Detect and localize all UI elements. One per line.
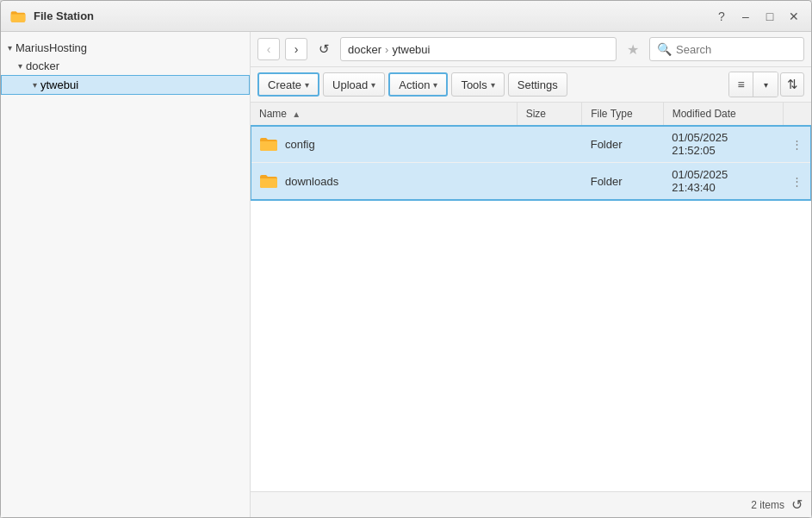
table-row[interactable]: config Folder 01/05/2025 21:52:05 ⋮ bbox=[251, 126, 811, 163]
file-table: Name ▲ Size File Type Modified Date bbox=[251, 103, 811, 200]
close-button[interactable]: ✕ bbox=[785, 8, 803, 25]
maximize-button[interactable]: □ bbox=[761, 8, 778, 25]
app-icon bbox=[9, 8, 27, 25]
file-type: Folder bbox=[582, 163, 664, 200]
item-count: 2 items bbox=[751, 499, 784, 511]
list-view-icon: ≡ bbox=[737, 78, 744, 91]
view-controls: ≡ ▾ ⇅ bbox=[728, 72, 804, 97]
sidebar: ▾ MariusHosting ▾ docker ▾ ytwebui bbox=[1, 32, 251, 517]
minimize-button[interactable]: – bbox=[737, 8, 754, 25]
title-bar: File Station ? – □ ✕ bbox=[1, 1, 811, 32]
sidebar-item-label: docker bbox=[26, 59, 59, 72]
content-pane: ‹ › ↺ docker › ytwebui ★ 🔍 bbox=[251, 32, 811, 517]
col-header-name[interactable]: Name ▲ bbox=[251, 103, 517, 126]
sidebar-item-label: ytwebui bbox=[40, 78, 78, 91]
chevron-down-icon: ▾ bbox=[764, 80, 768, 90]
path-part2: ytwebui bbox=[392, 43, 430, 56]
table-header: Name ▲ Size File Type Modified Date bbox=[251, 103, 811, 126]
main-area: ▾ MariusHosting ▾ docker ▾ ytwebui ‹ bbox=[1, 32, 811, 517]
col-header-type[interactable]: File Type bbox=[582, 103, 664, 126]
col-header-size[interactable]: Size bbox=[517, 103, 582, 126]
toolbar-actions: Create ▾ Upload ▾ Action ▾ Tools ▾ Setti… bbox=[251, 67, 811, 103]
col-header-more bbox=[783, 103, 811, 126]
title-text: File Station bbox=[34, 9, 94, 22]
tools-dropdown-icon: ▾ bbox=[491, 80, 495, 90]
file-size bbox=[517, 126, 582, 163]
upload-label: Upload bbox=[332, 78, 368, 91]
file-size bbox=[517, 163, 582, 200]
chevron-right-icon: ▾ bbox=[33, 80, 37, 90]
create-dropdown-icon: ▾ bbox=[305, 80, 309, 90]
file-name: config bbox=[285, 138, 315, 151]
toolbar-refresh-button[interactable]: ↺ bbox=[313, 38, 335, 60]
forward-icon: › bbox=[294, 42, 299, 56]
col-name-label: Name bbox=[259, 108, 287, 120]
action-button[interactable]: Action ▾ bbox=[388, 72, 448, 97]
table-body: config Folder 01/05/2025 21:52:05 ⋮ bbox=[251, 126, 811, 200]
back-button[interactable]: ‹ bbox=[257, 38, 280, 60]
more-options[interactable]: ⋮ bbox=[783, 126, 811, 163]
file-date: 01/05/2025 21:52:05 bbox=[663, 126, 783, 163]
tools-button[interactable]: Tools ▾ bbox=[451, 72, 504, 97]
title-bar-left: File Station bbox=[9, 8, 94, 25]
create-label: Create bbox=[268, 78, 301, 91]
status-bar: 2 items ↺ bbox=[251, 491, 811, 517]
toolbar-top: ‹ › ↺ docker › ytwebui ★ 🔍 bbox=[251, 32, 811, 67]
sidebar-item-ytwebui[interactable]: ▾ ytwebui bbox=[1, 75, 250, 95]
view-dropdown-button[interactable]: ▾ bbox=[753, 72, 778, 97]
col-size-label: Size bbox=[526, 108, 546, 120]
file-type: Folder bbox=[582, 126, 664, 163]
chevron-down-icon: ▾ bbox=[8, 43, 12, 53]
file-name-cell: config bbox=[251, 126, 517, 163]
upload-dropdown-icon: ▾ bbox=[371, 80, 375, 90]
file-station-window: File Station ? – □ ✕ ▾ MariusHosting ▾ d… bbox=[0, 0, 812, 518]
upload-button[interactable]: Upload ▾ bbox=[323, 72, 385, 97]
title-bar-controls: ? – □ ✕ bbox=[713, 8, 803, 25]
help-button[interactable]: ? bbox=[713, 8, 730, 25]
col-date-label: Modified Date bbox=[673, 108, 736, 120]
sort-icon: ⇅ bbox=[787, 77, 798, 92]
sort-asc-icon: ▲ bbox=[292, 109, 301, 119]
path-bar[interactable]: docker › ytwebui bbox=[340, 37, 617, 61]
sidebar-item-label: MariusHosting bbox=[15, 41, 87, 54]
folder-icon bbox=[259, 136, 278, 152]
file-date: 01/05/2025 21:43:40 bbox=[663, 163, 783, 200]
file-name-cell: downloads bbox=[251, 163, 517, 200]
tools-label: Tools bbox=[461, 78, 487, 91]
settings-button[interactable]: Settings bbox=[508, 72, 567, 97]
status-refresh-button[interactable]: ↺ bbox=[791, 496, 803, 513]
back-icon: ‹ bbox=[267, 42, 271, 56]
folder-icon bbox=[259, 173, 278, 189]
more-options[interactable]: ⋮ bbox=[783, 163, 811, 200]
col-type-label: File Type bbox=[591, 108, 632, 120]
table-row[interactable]: downloads Folder 01/05/2025 21:43:40 ⋮ bbox=[251, 163, 811, 200]
search-input[interactable] bbox=[676, 43, 797, 56]
sort-button[interactable]: ⇅ bbox=[780, 72, 804, 97]
search-icon: 🔍 bbox=[657, 42, 672, 56]
sidebar-item-mariushosting[interactable]: ▾ MariusHosting bbox=[1, 39, 250, 57]
sidebar-item-docker[interactable]: ▾ docker bbox=[1, 57, 250, 75]
search-box: 🔍 bbox=[649, 37, 804, 61]
create-button[interactable]: Create ▾ bbox=[257, 72, 319, 97]
action-label: Action bbox=[399, 78, 430, 91]
path-separator: › bbox=[385, 43, 388, 56]
list-view-button[interactable]: ≡ bbox=[729, 72, 753, 97]
favorite-button[interactable]: ★ bbox=[622, 38, 644, 60]
refresh-icon: ↺ bbox=[319, 41, 330, 57]
chevron-down-icon: ▾ bbox=[18, 61, 22, 71]
action-dropdown-icon: ▾ bbox=[433, 80, 437, 90]
forward-button[interactable]: › bbox=[285, 38, 307, 60]
settings-label: Settings bbox=[518, 78, 558, 91]
file-name: downloads bbox=[285, 175, 338, 188]
path-part1: docker bbox=[348, 43, 381, 56]
col-header-date[interactable]: Modified Date bbox=[663, 103, 783, 126]
list-view-group: ≡ ▾ bbox=[728, 72, 778, 97]
star-icon: ★ bbox=[627, 41, 639, 58]
file-list: Name ▲ Size File Type Modified Date bbox=[251, 103, 811, 491]
